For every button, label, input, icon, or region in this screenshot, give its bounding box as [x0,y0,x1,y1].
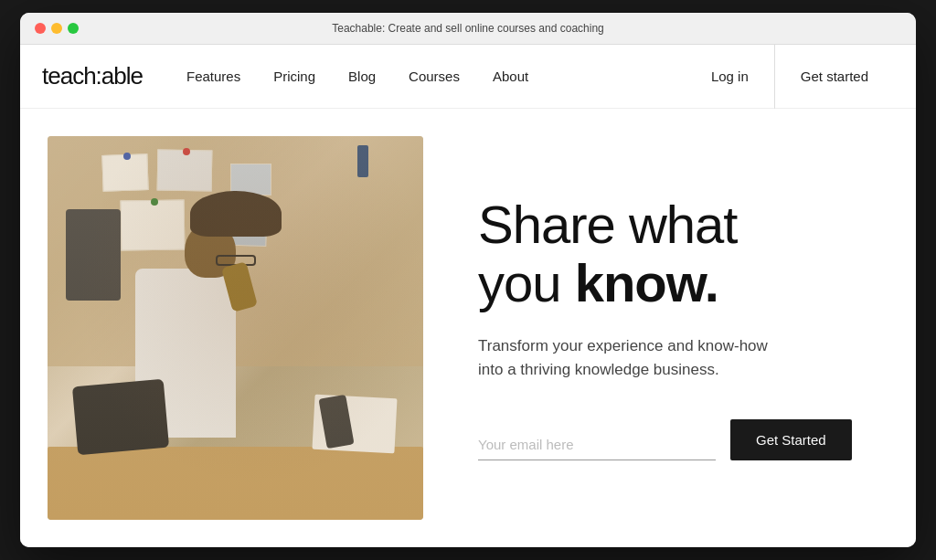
hero-content: Share what you know. Transform your expe… [423,109,916,547]
headline-line1: Share what [478,195,737,254]
nav-courses[interactable]: Courses [409,69,460,84]
hero-subtext: Transform your experience and know-how i… [478,334,789,383]
traffic-lights [35,23,79,34]
logo[interactable]: teach:able [42,62,143,90]
maximize-button[interactable] [68,23,79,34]
get-started-button[interactable]: Get Started [730,419,852,460]
email-input[interactable] [478,429,716,460]
close-button[interactable] [35,23,46,34]
get-started-nav-button[interactable]: Get started [775,45,894,109]
title-bar: Teachable: Create and sell online course… [20,13,916,44]
login-button[interactable]: Log in [686,45,775,109]
browser-window: Teachable: Create and sell online course… [20,13,916,547]
page-title: Teachable: Create and sell online course… [332,22,604,35]
nav-links: Features Pricing Blog Courses About [186,69,686,84]
photo-overlay [48,136,423,520]
nav-blog[interactable]: Blog [348,69,376,84]
nav-actions: Log in Get started [686,45,894,109]
headline-line2: you know. [478,253,718,312]
headline-bold: know. [575,253,718,312]
hero-section: Share what you know. Transform your expe… [20,109,916,547]
headline-you: you [478,253,575,312]
browser-chrome: Teachable: Create and sell online course… [20,13,916,45]
hero-image [48,136,423,520]
hero-form: Get Started [478,419,872,460]
hero-headline: Share what you know. [478,195,872,312]
nav-features[interactable]: Features [186,69,240,84]
email-input-wrapper [478,429,716,460]
nav-pricing[interactable]: Pricing [273,69,315,84]
nav-about[interactable]: About [493,69,528,84]
nav-bar: teach:able Features Pricing Blog Courses… [20,45,916,109]
hero-image-container [20,109,423,547]
minimize-button[interactable] [51,23,62,34]
